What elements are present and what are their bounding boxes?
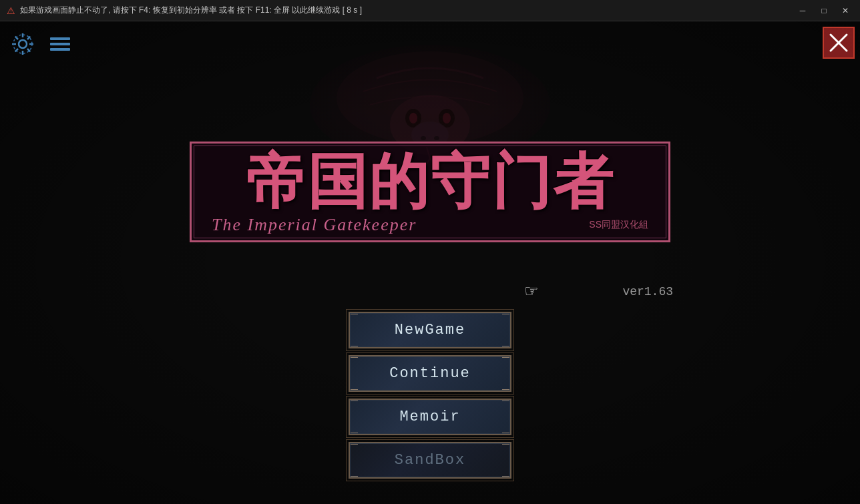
svg-point-9: [434, 136, 439, 140]
svg-line-17: [27, 37, 30, 39]
version-label: ver1.63: [622, 285, 673, 298]
svg-line-16: [27, 49, 30, 51]
svg-point-5: [409, 113, 417, 123]
logo-credit: SS同盟汉化組: [589, 219, 648, 231]
sandbox-button[interactable]: SandBox: [349, 442, 511, 479]
logo-chinese-title: 帝国的守门者: [205, 150, 655, 214]
logo-box: 帝国的守门者 The Imperial Gatekeeper SS同盟汉化組: [190, 142, 670, 242]
new-game-label: NewGame: [395, 322, 465, 338]
top-left-icons: [7, 28, 76, 60]
continue-button[interactable]: Continue: [349, 355, 511, 392]
svg-rect-21: [50, 43, 70, 45]
maximize-button[interactable]: □: [815, 3, 833, 18]
main-menu: NewGame Continue Memoir: [349, 312, 511, 479]
titlebar: ⚠ 如果游戏画面静止不动了, 请按下 F4: 恢复到初始分辨率 或者 按下 F1…: [0, 0, 860, 21]
svg-point-8: [421, 136, 426, 140]
gear-icon: [9, 31, 36, 57]
logo-english-title: The Imperial Gatekeeper: [212, 215, 417, 235]
titlebar-message: 如果游戏画面静止不动了, 请按下 F4: 恢复到初始分辨率 或者 按下 F11:…: [20, 5, 793, 16]
close-x-icon: [828, 32, 849, 53]
window-controls: ─ □ ✕: [793, 3, 855, 18]
sandbox-label: SandBox: [395, 452, 465, 469]
menu-icon: [47, 31, 73, 57]
game-close-button[interactable]: [823, 27, 855, 59]
svg-rect-22: [50, 48, 70, 51]
settings-icon-button[interactable]: [7, 28, 39, 60]
minimize-button[interactable]: ─: [793, 3, 812, 18]
new-game-button[interactable]: NewGame: [349, 312, 511, 348]
title-logo: 帝国的守门者 The Imperial Gatekeeper SS同盟汉化組: [190, 142, 670, 242]
game-area: 帝国的守门者 The Imperial Gatekeeper SS同盟汉化組 v…: [0, 21, 860, 504]
menu-icon-button[interactable]: [44, 28, 76, 60]
new-game-button-wrapper: NewGame: [349, 312, 511, 348]
sandbox-button-wrapper: SandBox: [349, 442, 511, 479]
memoir-button-wrapper: Memoir: [349, 399, 511, 435]
window-close-button[interactable]: ✕: [836, 3, 855, 18]
continue-label: Continue: [389, 365, 471, 382]
memoir-button[interactable]: Memoir: [349, 399, 511, 435]
logo-english-row: The Imperial Gatekeeper SS同盟汉化組: [205, 215, 655, 235]
memoir-label: Memoir: [399, 409, 460, 425]
continue-button-wrapper: Continue: [349, 355, 511, 392]
svg-rect-20: [50, 37, 70, 40]
mouse-cursor: ☞: [524, 282, 539, 300]
svg-point-6: [443, 113, 451, 123]
svg-point-10: [19, 40, 27, 48]
warning-icon: ⚠: [5, 5, 16, 16]
